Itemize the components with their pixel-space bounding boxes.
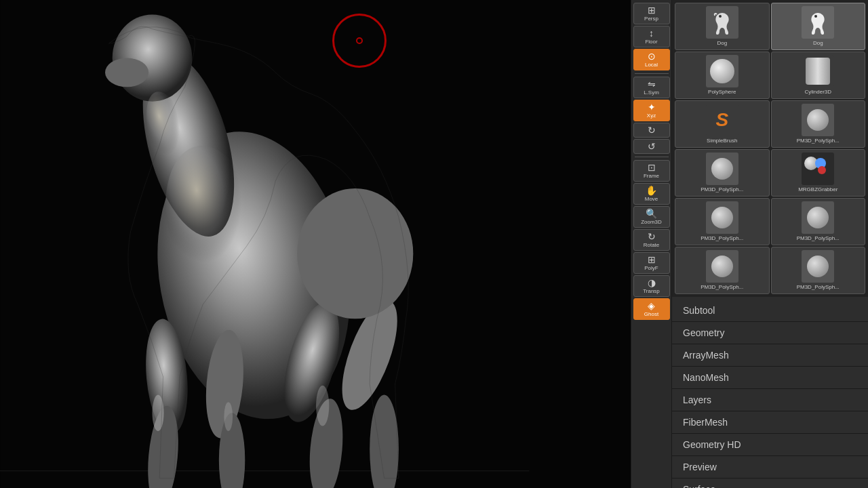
mrgbz-icon [804,157,831,181]
brush-thumb-dog2 [802,6,834,39]
separator-1 [635,73,669,74]
polyf-label: PolyF [644,265,658,271]
menu-item-fibermesh[interactable]: FiberMesh [672,411,868,434]
floor-icon: ↕ [649,28,654,38]
brush-label-pm3d4: PM3D_PolySph... [797,235,840,241]
brush-item-simplebrush[interactable]: S SimpleBrush [675,100,770,148]
ghost-label: Ghost [644,311,658,317]
brush-label-pm3d3: PM3D_PolySph... [701,235,743,241]
xyz-icon: ✦ [648,102,656,112]
brush-item-mrgbzgrabber[interactable]: MRGBZGrabber [771,149,866,197]
rotate-down-button[interactable]: ↺ [633,139,670,154]
svg-point-5 [105,58,149,87]
brush-item-pm3d4[interactable]: PM3D_PolySph... [771,198,866,245]
rotate-label: Rotate [644,242,660,248]
brush-thumb-pm3d4 [802,201,834,234]
far-right-panel: Dog Dog PolySphere Cylinder3D [671,0,868,488]
move-label: Move [645,196,658,202]
brush-item-pm3d-mrgbz1[interactable]: PM3D_PolySph... [675,149,770,197]
zoom3d-button[interactable]: 🔍 Zoom3D [633,206,670,228]
menu-item-surface[interactable]: Surface [672,479,868,488]
brush-item-cylinder3d[interactable]: Cylinder3D [771,52,866,99]
brush-label-simplebrush: SimpleBrush [707,138,737,144]
brush-item-dog1[interactable]: Dog [675,3,770,50]
lsym-label: L.Sym [644,89,659,96]
persp-icon: ⊞ [648,5,656,15]
floor-button[interactable]: ↕ Floor [633,26,670,47]
floor-label: Floor [645,39,657,45]
menu-item-subtool[interactable]: Subtool [672,300,868,322]
separator-2 [635,157,669,157]
frame-button[interactable]: ⊡ Frame [633,160,670,182]
zoom3d-icon: 🔍 [646,209,657,218]
brush-label-dog2: Dog [813,40,823,46]
brush-label-cylinder3d: Cylinder3D [804,89,831,95]
brush-thumb-pm3d5 [706,250,738,283]
menu-item-geometry[interactable]: Geometry [672,322,868,344]
polyf-icon: ⊞ [648,255,656,264]
rotate-up-button[interactable]: ↻ [633,123,670,138]
brush-thumb-pm3d3 [706,201,738,234]
rotate-icon: ↻ [648,232,656,241]
transp-button[interactable]: ◑ Transp [633,275,670,297]
transp-label: Transp [643,288,660,294]
move-button[interactable]: ✋ Move [633,183,670,205]
brush-thumb-dog1 [706,6,738,39]
brush-label-dog1: Dog [717,40,727,46]
frame-icon: ⊡ [648,163,656,172]
cursor-center [356,37,363,44]
persp-label: Persp [644,16,658,22]
brush-item-pm3d6[interactable]: PM3D_PolySph... [771,247,866,294]
local-icon: ⊙ [648,52,656,61]
rotate-down-icon: ↺ [648,142,656,151]
local-label: Local [645,62,658,68]
brush-thumb-mrgbzgrabber [802,152,834,185]
move-icon: ✋ [646,186,657,195]
brush-label-polysphere: PolySphere [708,89,736,95]
brush-item-pm3d5[interactable]: PM3D_PolySph... [675,247,770,294]
brush-label-pm3d6: PM3D_PolySph... [797,284,840,290]
ghost-icon: ◈ [648,301,655,310]
rotate-up-icon: ↻ [648,125,656,135]
ghost-button[interactable]: ◈ Ghost [633,298,670,320]
brush-label-mrgbzgrabber: MRGBZGrabber [798,186,837,192]
brush-thumb-cylinder3d [802,55,834,87]
zoom3d-label: Zoom3D [641,219,662,225]
brush-item-pm3d1[interactable]: PM3D_PolySph... [771,100,866,148]
brush-thumb-mrgbz1 [706,152,738,185]
menu-item-layers[interactable]: Layers [672,389,868,411]
persp-button[interactable]: ⊞ Persp [633,3,670,24]
menu-item-geometryhd[interactable]: Geometry HD [672,434,868,456]
rotate-button[interactable]: ↻ Rotate [633,229,670,251]
cursor-circle [332,14,387,68]
svg-point-20 [719,15,722,18]
brush-grid: Dog Dog PolySphere Cylinder3D [672,0,868,297]
lsym-icon: ⇋ [648,79,656,89]
lsym-button[interactable]: ⇋ L.Sym [633,77,670,98]
xyz-button[interactable]: ✦ Xyz [633,100,670,121]
menu-item-preview[interactable]: Preview [672,456,868,479]
local-button[interactable]: ⊙ Local [633,49,670,70]
frame-label: Frame [644,173,659,179]
brush-item-polysphere[interactable]: PolySphere [675,52,770,99]
brush-thumb-polysphere [706,55,738,87]
brush-label-pm3d2: PM3D_PolySph... [701,186,743,192]
xyz-label: Xyz [647,113,656,119]
brush-thumb-pm3d1 [802,104,834,136]
transp-icon: ◑ [648,278,656,287]
brush-thumb-pm3d6 [802,250,834,283]
svg-point-19 [316,386,329,426]
view-toolbar: ⊞ Persp ↕ Floor ⊙ Local ⇋ L.Sym ✦ Xyz ↻ … [631,0,671,488]
brush-label-pm3d5: PM3D_PolySph... [701,284,743,290]
brush-thumb-simplebrush: S [706,104,738,136]
viewport[interactable] [0,0,631,488]
brush-item-dog2[interactable]: Dog [771,3,866,50]
menu-list: Subtool Geometry ArrayMesh NanoMesh Laye… [672,297,868,488]
svg-point-4 [113,14,193,101]
brush-item-pm3d3[interactable]: PM3D_PolySph... [675,198,770,245]
menu-item-nanomesh[interactable]: NanoMesh [672,367,868,389]
s-icon: S [715,109,728,131]
menu-item-arraymesh[interactable]: ArrayMesh [672,344,868,367]
polyf-button[interactable]: ⊞ PolyF [633,252,670,274]
brush-label-pm3d1: PM3D_PolySph... [797,138,840,144]
